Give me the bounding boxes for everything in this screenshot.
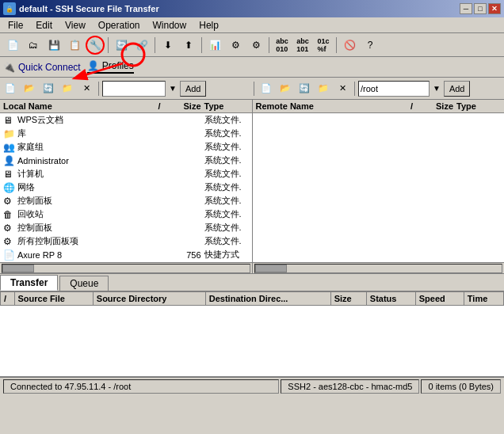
- toolbar-abc[interactable]: abc010: [273, 36, 292, 55]
- copy-icon: 📋: [69, 40, 81, 51]
- toolbar-chart[interactable]: 📊: [205, 36, 224, 55]
- tab-transfer[interactable]: Transfer: [0, 275, 58, 291]
- quick-connect-bar: 🔌 Quick Connect 👤 Profiles: [0, 57, 504, 78]
- settings1-icon: ⚙: [231, 40, 240, 51]
- list-item[interactable]: 📄 Axure RP 8 756 快捷方式: [0, 248, 252, 261]
- toolbar-block[interactable]: 🚫: [340, 36, 359, 55]
- left-file-list[interactable]: 🖥 WPS云文档 系统文件. 📁 库 系统文件. 👥 家庭组 系统文件. 👤 A…: [0, 113, 252, 262]
- list-item[interactable]: 👥 家庭组 系统文件.: [0, 140, 252, 154]
- file-icon: 🖥: [3, 115, 17, 126]
- menu-help[interactable]: Help: [194, 18, 223, 32]
- right-add-button[interactable]: Add: [444, 81, 471, 97]
- col-dest-dir: Destination Direc...: [205, 292, 330, 306]
- list-item[interactable]: 🖥 计算机 系统文件.: [0, 167, 252, 181]
- right-close-btn[interactable]: ✕: [334, 80, 351, 97]
- toolbar-settings2[interactable]: ⚙: [246, 36, 265, 55]
- menu-edit[interactable]: Edit: [31, 18, 57, 32]
- ft-sep-right: [254, 82, 254, 96]
- file-icon: ⚙: [3, 223, 17, 234]
- toolbar-down[interactable]: ⬇: [158, 36, 178, 55]
- file-name: 所有控制面板项: [17, 235, 166, 247]
- list-item[interactable]: 👤 Administrator 系统文件.: [0, 154, 252, 167]
- left-open-btn[interactable]: 📂: [21, 80, 38, 97]
- toolbar-help[interactable]: ?: [361, 36, 380, 55]
- list-item[interactable]: ⚙ 所有控制面板项 系统文件.: [0, 234, 252, 248]
- menu-view[interactable]: View: [60, 18, 90, 32]
- right-h-scrollbar[interactable]: [254, 264, 503, 273]
- right-path-input[interactable]: [358, 81, 430, 97]
- toolbar-refresh[interactable]: 🔄: [112, 36, 131, 55]
- toolbar-sep3: [201, 37, 202, 53]
- left-h-scrollbar[interactable]: [2, 264, 250, 273]
- refresh-icon: 🔄: [116, 40, 128, 51]
- list-item[interactable]: 🌐 网络 系统文件.: [0, 181, 252, 194]
- left-add-button[interactable]: Add: [180, 81, 207, 97]
- left-close-btn[interactable]: ✕: [78, 80, 95, 97]
- maximize-button[interactable]: □: [474, 3, 487, 14]
- left-folder-btn[interactable]: 📁: [59, 80, 76, 97]
- profiles-button[interactable]: 👤 Profiles: [87, 60, 134, 74]
- tab-queue[interactable]: Queue: [59, 276, 109, 291]
- file-icon: 📄: [3, 249, 17, 261]
- file-type: 系统文件.: [201, 141, 249, 153]
- list-item[interactable]: 📁 库 系统文件.: [0, 127, 252, 140]
- right-new-btn[interactable]: 📄: [258, 80, 275, 97]
- right-open-btn[interactable]: 📂: [277, 80, 294, 97]
- file-type: 系统文件.: [201, 154, 249, 166]
- menu-operation[interactable]: Operation: [94, 18, 145, 32]
- right-file-list[interactable]: [253, 113, 505, 262]
- toolbar-save[interactable]: 💾: [44, 36, 63, 55]
- left-dropdown-arrow[interactable]: ▼: [169, 84, 177, 93]
- right-scrollbar[interactable]: [253, 262, 505, 273]
- toolbar-copy[interactable]: 📋: [65, 36, 84, 55]
- right-name-header: Remote Name: [256, 101, 407, 111]
- file-name: 网络: [17, 181, 166, 193]
- right-dropdown-arrow[interactable]: ▼: [433, 84, 441, 93]
- toolbar-new[interactable]: 📄: [3, 36, 22, 55]
- right-refresh-icon: 🔄: [299, 83, 310, 93]
- toolbar-sep2: [155, 37, 155, 53]
- toolbar-link[interactable]: 🔗: [132, 36, 151, 55]
- menu-window[interactable]: Window: [148, 18, 192, 32]
- toolbar-hex[interactable]: 01c%f: [314, 36, 333, 55]
- col-speed: Speed: [415, 292, 464, 306]
- right-refresh-btn[interactable]: 🔄: [296, 80, 313, 97]
- file-type: 系统文件.: [201, 168, 249, 180]
- file-icon: 👤: [3, 155, 17, 166]
- right-folder-icon: 📁: [318, 83, 329, 93]
- toolbar-connect[interactable]: 🔧: [86, 36, 105, 55]
- encryption-status: SSH2 - aes128-cbc - hmac-md5: [281, 379, 419, 394]
- left-pane-header: Local Name / Size Type: [0, 100, 252, 113]
- list-item[interactable]: ⚙ 控制面板 系统文件.: [0, 221, 252, 234]
- left-refresh-icon: 🔄: [43, 83, 54, 93]
- left-refresh-btn[interactable]: 🔄: [40, 80, 57, 97]
- minimize-button[interactable]: ─: [460, 3, 472, 14]
- menu-file[interactable]: File: [3, 18, 28, 32]
- left-scrollbar[interactable]: [0, 262, 252, 273]
- quick-connect-button[interactable]: 🔌 Quick Connect: [3, 62, 81, 73]
- transfer-table: / Source File Source Directory Destinati…: [0, 291, 504, 376]
- right-folder-btn[interactable]: 📁: [315, 80, 332, 97]
- toolbar-up[interactable]: ⬆: [179, 36, 198, 55]
- file-name: 计算机: [17, 168, 166, 180]
- left-scroll-thumb[interactable]: [2, 265, 34, 272]
- toolbar-settings1[interactable]: ⚙: [226, 36, 245, 55]
- right-size-header: Size: [418, 101, 453, 111]
- left-new-btn[interactable]: 📄: [2, 80, 19, 97]
- list-item[interactable]: 🖥 WPS云文档 系统文件.: [0, 113, 252, 127]
- download-icon: ⬇: [164, 40, 172, 51]
- new-icon: 📄: [7, 40, 19, 51]
- toolbar-open[interactable]: 🗂: [24, 36, 43, 55]
- list-item[interactable]: 🗑 回收站 系统文件.: [0, 207, 252, 221]
- toolbar-abc2[interactable]: abc101: [293, 36, 312, 55]
- file-type: 系统文件.: [201, 208, 249, 220]
- list-item[interactable]: ⚙ 控制面板 系统文件.: [0, 194, 252, 207]
- file-toolbar: 📄 📂 🔄 📁 ✕ ▼ Add 📄 📂 🔄 📁 ✕ ▼ Add: [0, 78, 504, 100]
- left-new-icon: 📄: [5, 83, 16, 93]
- toolbar-sep4: [269, 37, 269, 53]
- right-scroll-thumb[interactable]: [255, 265, 287, 272]
- file-type: 系统文件.: [201, 128, 249, 139]
- left-path-input[interactable]: [102, 81, 166, 97]
- close-button[interactable]: ✕: [488, 3, 501, 14]
- file-name: WPS云文档: [17, 114, 166, 126]
